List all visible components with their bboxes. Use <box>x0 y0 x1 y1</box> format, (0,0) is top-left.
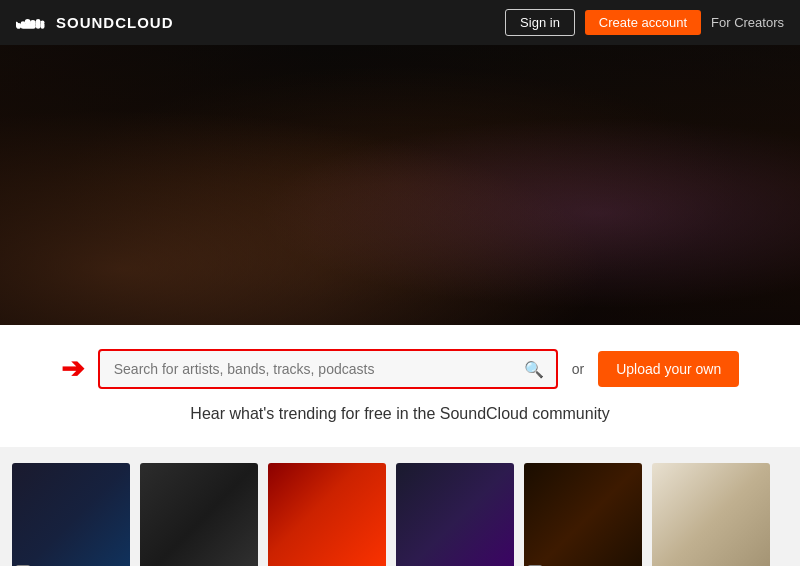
search-icon: 🔍 <box>512 360 556 379</box>
cards-section: EPLAYBOI CARTI • ® MEHplayboisartiWegz &… <box>0 447 800 566</box>
arrow-icon: ➔ <box>61 355 84 383</box>
list-item[interactable]: EPLAYBOI CARTI • ® MEHplayboisarti <box>12 463 130 566</box>
upload-button[interactable]: Upload your own <box>598 351 739 387</box>
create-account-button[interactable]: Create account <box>585 10 701 35</box>
or-text: or <box>572 361 584 377</box>
list-item[interactable]: RighteousJuice WRLD <box>652 463 770 566</box>
search-row: ➔ 🔍 or Upload your own <box>40 349 760 389</box>
svg-point-7 <box>40 20 44 24</box>
card-thumbnail <box>396 463 514 566</box>
search-box: 🔍 <box>98 349 558 389</box>
card-thumbnail <box>652 463 770 566</box>
list-item[interactable]: Party GirlStaySolidRocky <box>396 463 514 566</box>
soundcloud-logo-icon <box>16 12 48 34</box>
card-thumbnail: E <box>524 463 642 566</box>
list-item[interactable]: 2020 عمر كمال | شكسكوسHussien Al Jasmil … <box>268 463 386 566</box>
navbar: SOUNDCLOUD Sign in Create account For Cr… <box>0 0 800 45</box>
signin-button[interactable]: Sign in <box>505 9 575 36</box>
card-thumbnail <box>140 463 258 566</box>
cards-grid: EPLAYBOI CARTI • ® MEHplayboisartiWegz &… <box>12 463 788 566</box>
list-item[interactable]: Wegz & Molotof • Dorak Ga...Hussien Al J… <box>140 463 258 566</box>
for-creators-link[interactable]: For Creators <box>711 15 784 30</box>
list-item[interactable]: EHow I Was Raised Ft. Lil Te...Trippie R… <box>524 463 642 566</box>
svg-point-5 <box>36 18 41 23</box>
logo-area: SOUNDCLOUD <box>16 12 505 34</box>
nav-right: Sign in Create account For Creators <box>505 9 784 36</box>
trending-text: Hear what's trending for free in the Sou… <box>190 405 609 423</box>
hero-section: Connect on SoundCloud Discover, stream, … <box>0 45 800 325</box>
card-thumbnail <box>268 463 386 566</box>
logo-text: SOUNDCLOUD <box>56 14 174 31</box>
card-thumbnail: E <box>12 463 130 566</box>
hero-overlay <box>0 45 800 325</box>
search-input[interactable] <box>100 351 512 387</box>
search-section: ➔ 🔍 or Upload your own Hear what's trend… <box>0 325 800 447</box>
svg-rect-3 <box>21 23 36 28</box>
